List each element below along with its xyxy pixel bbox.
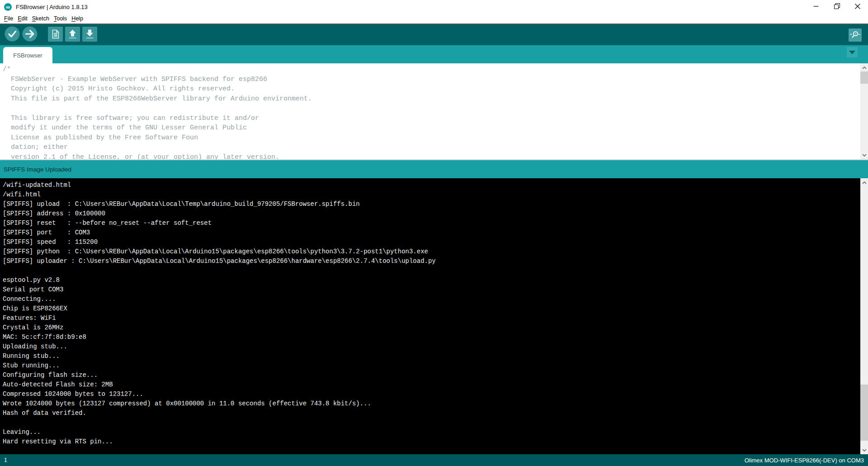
console-line: Crystal is 26MHz (3, 323, 868, 333)
console-line: Features: WiFi (3, 314, 868, 323)
code-line: This file is part of the ESP8266WebServe… (3, 94, 868, 104)
tab-list-dropdown-icon (849, 51, 855, 54)
scroll-up-icon[interactable] (860, 179, 868, 186)
menu-item[interactable]: Help (69, 15, 85, 22)
status-message-bar: SPIFFS Image Uploaded (0, 159, 868, 178)
tab-fsbrowser[interactable]: FSBrowser (3, 47, 52, 63)
window-title: FSBrowser | Arduino 1.8.13 (16, 4, 88, 10)
code-line: This library is free software; you can r… (3, 114, 868, 124)
code-line: FSWebServer - Example WebServer with SPI… (3, 75, 868, 85)
console-line: Auto-detected Flash size: 2MB (3, 380, 868, 390)
line-number: 1 (4, 457, 7, 463)
scroll-down-icon[interactable] (860, 446, 868, 454)
console-text: /wifi-updated.html/wifi.html[SPIFFS] upl… (0, 178, 868, 447)
serial-monitor-icon (849, 29, 862, 43)
console-line: MAC: 5c:cf:7f:8d:b9:e8 (3, 333, 868, 342)
console-output[interactable]: /wifi-updated.html/wifi.html[SPIFFS] upl… (0, 178, 868, 454)
console-line: Running stub... (3, 352, 868, 361)
menu-bar: FileEditSketchToolsHelp (0, 14, 868, 24)
arduino-infinity-icon: ∞ (4, 3, 12, 11)
save-icon (82, 27, 97, 43)
console-scrollbar-thumb[interactable] (860, 385, 868, 441)
console-line: [SPIFFS] port : COM3 (3, 228, 868, 238)
serial-monitor-button[interactable] (849, 29, 862, 43)
console-line: Stub running... (3, 361, 868, 371)
menu-item[interactable]: File (2, 15, 15, 22)
upload-button[interactable] (22, 26, 38, 43)
status-bar: 1 Olimex MOD-WIFI-ESP8266(-DEV) on COM3 (0, 454, 868, 466)
save-button[interactable] (82, 27, 97, 43)
tab-list-dropdown-button[interactable] (847, 47, 858, 57)
restore-button[interactable] (826, 0, 847, 14)
console-line: Chip is ESP8266EX (3, 304, 868, 314)
editor-scrollbar[interactable] (860, 63, 868, 159)
code-editor[interactable]: /* FSWebServer - Example WebServer with … (0, 63, 868, 159)
scroll-up-icon[interactable] (860, 64, 868, 71)
console-line: Leaving... (3, 428, 868, 437)
tab-label: FSBrowser (13, 52, 42, 59)
console-line: /wifi.html (3, 190, 868, 200)
code-text: /* FSWebServer - Example WebServer with … (0, 63, 868, 159)
console-scrollbar[interactable] (860, 178, 868, 454)
menu-item[interactable]: Sketch (30, 15, 52, 22)
status-message: SPIFFS Image Uploaded (4, 166, 71, 173)
menu-item[interactable]: Tools (52, 15, 69, 22)
window-controls (806, 0, 868, 14)
upload-icon (22, 26, 38, 43)
console-line: [SPIFFS] address : 0x100000 (3, 209, 868, 219)
open-button[interactable] (65, 27, 80, 43)
close-button[interactable] (847, 0, 868, 14)
console-line: Configuring flash size... (3, 371, 868, 380)
console-line: Hash of data verified. (3, 409, 868, 418)
arduino-ide-window: ∞ FSBrowser | Arduino 1.8.13 (0, 0, 868, 466)
console-line: esptool.py v2.8 (3, 276, 868, 285)
code-line (3, 104, 868, 114)
minimize-icon (813, 3, 819, 11)
menu-item[interactable]: Edit (15, 15, 30, 22)
console-line (3, 418, 868, 428)
code-line: Copyright (c) 2015 Hristo Gochkov. All r… (3, 84, 868, 94)
console-line: Wrote 1024000 bytes (123127 compressed) … (3, 399, 868, 409)
console-line: Hard resetting via RTS pin... (3, 437, 868, 447)
verify-icon (5, 26, 20, 43)
code-line: dation; either (3, 143, 868, 152)
code-line: modify it under the terms of the GNU Les… (3, 123, 868, 133)
console-line (3, 266, 868, 276)
scroll-down-icon[interactable] (860, 151, 868, 159)
minimize-button[interactable] (806, 0, 826, 14)
console-line: [SPIFFS] uploader : C:\Users\REBur\AppDa… (3, 257, 868, 266)
console-line: /wifi-updated.html (3, 181, 868, 190)
close-icon (855, 3, 860, 11)
console-line: Serial port COM3 (3, 285, 868, 295)
restore-icon (834, 3, 840, 11)
verify-button[interactable] (5, 26, 20, 43)
title-bar: ∞ FSBrowser | Arduino 1.8.13 (0, 0, 868, 14)
toolbar (0, 24, 868, 45)
code-line: version 2.1 of the License, or (at your … (3, 152, 868, 160)
console-line: [SPIFFS] python : C:\Users\REBur\AppData… (3, 247, 868, 257)
editor-scrollbar-thumb[interactable] (860, 71, 868, 84)
new-sketch-button[interactable] (48, 27, 63, 43)
board-port-info: Olimex MOD-WIFI-ESP8266(-DEV) on COM3 (745, 457, 864, 464)
console-line: [SPIFFS] speed : 115200 (3, 238, 868, 247)
tab-bar: FSBrowser (0, 45, 868, 63)
console-line: Connecting.... (3, 295, 868, 304)
console-line: [SPIFFS] reset : --before no_reset --aft… (3, 219, 868, 228)
new-sketch-icon (48, 27, 63, 43)
code-line: License as published by the Free Softwar… (3, 133, 868, 143)
code-line: /* (3, 65, 868, 75)
console-line: Compressed 1024000 bytes to 123127... (3, 390, 868, 399)
console-line: Uploading stub... (3, 342, 868, 352)
console-line: [SPIFFS] upload : C:\Users\REBur\AppData… (3, 200, 868, 209)
open-icon (65, 27, 80, 43)
